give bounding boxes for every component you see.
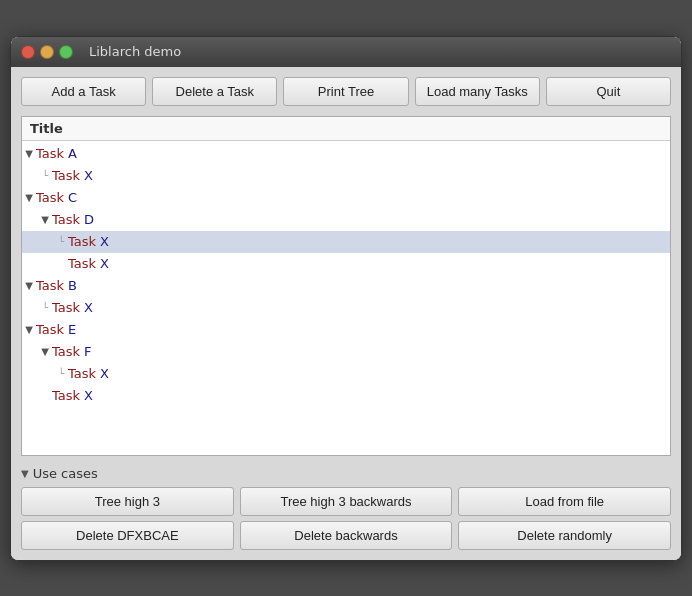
- load-many-tasks-button[interactable]: Load many Tasks: [415, 77, 540, 106]
- tree-label: TaskX: [52, 388, 93, 403]
- tree-label: TaskE: [36, 322, 76, 337]
- use-cases-label: Use cases: [33, 466, 98, 481]
- tree-label: TaskX: [68, 256, 109, 271]
- tree-toggle-icon: └: [38, 170, 52, 181]
- titlebar: Liblarch demo: [11, 37, 681, 67]
- tree-toggle-icon: └: [54, 236, 68, 247]
- add-task-button[interactable]: Add a Task: [21, 77, 146, 106]
- window-controls: [21, 45, 73, 59]
- print-tree-button[interactable]: Print Tree: [283, 77, 408, 106]
- load-from-file-button[interactable]: Load from file: [458, 487, 671, 516]
- use-cases-toggle-icon: ▼: [21, 468, 29, 479]
- tree-row[interactable]: ▼ TaskC: [22, 187, 670, 209]
- tree-toggle-icon: ▼: [38, 346, 52, 357]
- tree-row[interactable]: ▼ TaskF: [22, 341, 670, 363]
- toolbar: Add a Task Delete a Task Print Tree Load…: [21, 77, 671, 106]
- tree-body: ▼ TaskA └ TaskX ▼ TaskC: [22, 141, 670, 409]
- tree-toggle-icon: ▼: [22, 192, 36, 203]
- tree-label: TaskB: [36, 278, 77, 293]
- tree-row[interactable]: ▼ TaskD: [22, 209, 670, 231]
- use-cases-header: ▼ Use cases: [21, 466, 671, 481]
- tree-label: TaskD: [52, 212, 94, 227]
- tree-high-3-backwards-button[interactable]: Tree high 3 backwards: [240, 487, 453, 516]
- tree-row[interactable]: └ TaskX: [22, 297, 670, 319]
- tree-row[interactable]: └ TaskX: [22, 363, 670, 385]
- tree-label: TaskC: [36, 190, 77, 205]
- minimize-button[interactable]: [40, 45, 54, 59]
- content-area: Add a Task Delete a Task Print Tree Load…: [11, 67, 681, 560]
- tree-label: TaskX: [52, 168, 93, 183]
- tree-row[interactable]: ▼ TaskA: [22, 143, 670, 165]
- use-cases-section: ▼ Use cases Tree high 3 Tree high 3 back…: [21, 466, 671, 550]
- tree-toggle-icon: ▼: [38, 214, 52, 225]
- tree-label: TaskF: [52, 344, 92, 359]
- delete-backwards-button[interactable]: Delete backwards: [240, 521, 453, 550]
- tree-row[interactable]: ▼ TaskE: [22, 319, 670, 341]
- quit-button[interactable]: Quit: [546, 77, 671, 106]
- delete-task-button[interactable]: Delete a Task: [152, 77, 277, 106]
- tree-row[interactable]: TaskX: [22, 385, 670, 407]
- main-window: Liblarch demo Add a Task Delete a Task P…: [10, 36, 682, 561]
- use-cases-buttons: Tree high 3 Tree high 3 backwards Load f…: [21, 487, 671, 550]
- tree-toggle-icon: └: [38, 302, 52, 313]
- tree-row[interactable]: └ TaskX: [22, 165, 670, 187]
- tree-label: TaskX: [68, 234, 109, 249]
- tree-label: TaskX: [52, 300, 93, 315]
- use-cases-row-1: Tree high 3 Tree high 3 backwards Load f…: [21, 487, 671, 516]
- tree-container: Title ▼ TaskA └ TaskX: [21, 116, 671, 456]
- tree-row[interactable]: ▼ TaskB: [22, 275, 670, 297]
- tree-high-3-button[interactable]: Tree high 3: [21, 487, 234, 516]
- tree-toggle-icon: ▼: [22, 324, 36, 335]
- tree-label: TaskX: [68, 366, 109, 381]
- tree-label: TaskA: [36, 146, 77, 161]
- tree-toggle-icon: ▼: [22, 280, 36, 291]
- tree-row[interactable]: TaskX: [22, 253, 670, 275]
- use-cases-row-2: Delete DFXBCAE Delete backwards Delete r…: [21, 521, 671, 550]
- window-title: Liblarch demo: [89, 44, 181, 59]
- tree-toggle-icon: ▼: [22, 148, 36, 159]
- tree-row[interactable]: └ TaskX: [22, 231, 670, 253]
- delete-dfxbcae-button[interactable]: Delete DFXBCAE: [21, 521, 234, 550]
- tree-toggle-icon: └: [54, 368, 68, 379]
- close-button[interactable]: [21, 45, 35, 59]
- tree-header: Title: [22, 117, 670, 141]
- delete-randomly-button[interactable]: Delete randomly: [458, 521, 671, 550]
- maximize-button[interactable]: [59, 45, 73, 59]
